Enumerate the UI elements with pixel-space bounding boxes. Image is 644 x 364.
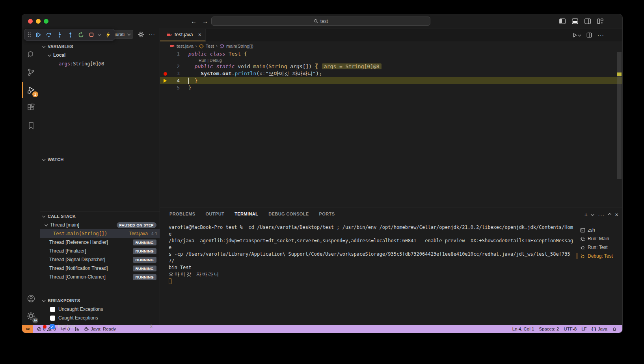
chevron-down-icon	[42, 45, 45, 48]
close-window-button[interactable]	[28, 19, 33, 24]
step-over-button[interactable]	[45, 30, 52, 39]
breakpoints-header[interactable]: BREAKPOINTS	[40, 296, 160, 305]
sidebar-item-source-control[interactable]	[22, 63, 40, 81]
close-icon[interactable]: ×	[198, 32, 201, 38]
tab-terminal[interactable]: TERMINAL	[235, 208, 258, 220]
hot-code-replace-button[interactable]	[104, 30, 112, 39]
command-center-search[interactable]: test	[211, 17, 430, 26]
thread-row[interactable]: Thread [Signal Dispatcher] RUNNING	[40, 255, 160, 264]
remote-indicator[interactable]: ><	[22, 325, 33, 333]
checkbox-checked[interactable]: ✓	[50, 324, 55, 329]
restart-button[interactable]	[77, 30, 84, 39]
step-into-button[interactable]	[56, 30, 63, 39]
terminal-list-item-zsh[interactable]: zsh	[576, 226, 622, 234]
sidebar-item-bookmarks[interactable]	[22, 117, 40, 134]
toggle-secondary-sidebar-icon[interactable]	[584, 19, 591, 24]
tab-output[interactable]: OUTPUT	[206, 208, 225, 220]
sidebar-item-search[interactable]	[22, 46, 40, 63]
thread-row[interactable]: Thread [main] PAUSED ON STEP	[40, 221, 160, 229]
terminal-line: varofla@MacBook-Pro test % cd /Users/var…	[169, 224, 576, 238]
screen: ← → test	[0, 0, 644, 364]
tab-problems[interactable]: PROBLEMS	[169, 208, 195, 220]
history-forward-icon[interactable]: →	[202, 18, 208, 24]
debug-toolbar-drag-handle[interactable]	[28, 32, 31, 37]
stop-button[interactable]	[88, 30, 95, 39]
language-indicator[interactable]: { } Java	[589, 327, 610, 331]
panel-more-actions-icon[interactable]: ···	[598, 212, 605, 218]
call-stack-section: CALL STACK Thread [main] PAUSED ON STEP …	[40, 212, 160, 281]
config-chevron-icon	[127, 32, 130, 35]
panel-tab-bar: PROBLEMS OUTPUT TERMINAL DEBUG CONSOLE P…	[160, 208, 622, 220]
split-editor-icon[interactable]	[586, 32, 592, 38]
variable-row[interactable]: args: String[0]@8	[40, 59, 160, 68]
chevron-down-icon	[48, 53, 51, 56]
bell-icon	[612, 327, 617, 332]
thread-row[interactable]: Thread [Notification Thread] RUNNING	[40, 264, 160, 273]
close-panel-icon[interactable]: ×	[615, 211, 618, 218]
step-out-button[interactable]	[67, 30, 74, 39]
code-editor[interactable]: 1 public class Test { Run | Debug 2 publ…	[160, 50, 622, 208]
variables-section: VARIABLES Local args: String[0]@8	[40, 42, 160, 68]
indentation-indicator[interactable]: Spaces: 2	[536, 327, 561, 331]
thread-row[interactable]: Thread [Finalizer] RUNNING	[40, 247, 160, 255]
breakpoint-row[interactable]: Uncaught Exceptions	[40, 305, 160, 314]
traffic-lights	[22, 19, 48, 24]
thread-status-badge: RUNNING	[133, 266, 156, 271]
breadcrumb-class[interactable]: Test	[206, 44, 214, 48]
codelens-run-debug[interactable]: Run | Debug	[160, 58, 622, 63]
breakpoint-row[interactable]: Caught Exceptions	[40, 314, 160, 322]
checkbox-unchecked[interactable]	[50, 316, 55, 321]
tab-ports[interactable]: PORTS	[319, 208, 335, 220]
symbol-method-icon	[220, 44, 224, 48]
breadcrumb-method[interactable]: main(String[])	[226, 44, 253, 48]
line-col-indicator[interactable]: Ln 4, Col 1	[510, 327, 537, 331]
tab-test-java[interactable]: test.java ×	[160, 29, 206, 41]
code-token	[188, 63, 195, 69]
continue-button[interactable]	[35, 30, 42, 39]
minimize-window-button[interactable]	[36, 19, 41, 24]
settings-button[interactable]: JA	[22, 307, 40, 325]
editor-more-actions-icon[interactable]: ···	[597, 32, 604, 38]
breakpoint-row[interactable]: ✓ test.java 3	[40, 322, 160, 331]
thread-row[interactable]: Thread [Reference Handler] RUNNING	[40, 238, 160, 247]
terminal-list-item-run-main[interactable]: Run: Main	[576, 234, 622, 243]
breadcrumb-file[interactable]: test.java	[177, 44, 194, 48]
maximize-window-button[interactable]	[44, 19, 48, 24]
account-button[interactable]	[22, 290, 40, 307]
history-back-icon[interactable]: ←	[191, 18, 197, 24]
toggle-primary-sidebar-icon[interactable]	[559, 19, 566, 24]
terminal-output[interactable]: varofla@MacBook-Pro test % cd /Users/var…	[160, 220, 576, 325]
run-java-button[interactable]	[572, 33, 581, 38]
terminal-line: bin Test	[169, 264, 576, 271]
thread-row[interactable]: Thread [Common-Cleaner] RUNNING	[40, 273, 160, 281]
sidebar-item-extensions[interactable]	[22, 99, 40, 117]
eol-indicator[interactable]: LF	[579, 327, 589, 331]
checkbox-unchecked[interactable]	[50, 307, 55, 312]
sidebar-item-run-debug[interactable]: 1	[22, 81, 40, 99]
call-stack-header[interactable]: CALL STACK	[40, 212, 160, 221]
maximize-panel-chevron-icon[interactable]	[608, 213, 611, 216]
terminal-list-item-run-test[interactable]: Run: Test	[576, 243, 622, 252]
debug-bug-icon	[580, 245, 585, 250]
watch-header[interactable]: WATCH	[40, 155, 160, 164]
editor-scrollbar[interactable]	[617, 52, 622, 179]
terminal-list-item-debug-test[interactable]: Debug: Test	[576, 252, 622, 260]
tab-debug-console[interactable]: DEBUG CONSOLE	[268, 208, 309, 220]
variables-header[interactable]: VARIABLES	[40, 42, 160, 51]
encoding-indicator[interactable]: UTF-8	[562, 327, 579, 331]
notifications-bell[interactable]	[610, 327, 619, 332]
stop-dropdown-chevron-icon[interactable]	[98, 33, 101, 36]
search-icon	[314, 19, 318, 23]
new-terminal-button[interactable]: +	[584, 211, 588, 218]
code-line-4-current: 4 }	[160, 77, 622, 84]
stack-frame-row[interactable]: Test.main(String[]) Test.java 4:1	[40, 229, 160, 238]
terminal-dropdown-chevron-icon[interactable]	[591, 213, 594, 216]
sidebar-more-actions-icon[interactable]: ···	[149, 31, 155, 37]
variables-scope-row[interactable]: Local	[40, 51, 160, 59]
gear-icon[interactable]	[138, 32, 144, 37]
watch-section: WATCH	[40, 155, 160, 164]
toggle-panel-icon[interactable]	[572, 19, 578, 24]
customize-layout-icon[interactable]	[597, 19, 603, 24]
run-dropdown-chevron-icon[interactable]	[578, 33, 581, 36]
breakpoint-dot-icon[interactable]	[164, 72, 167, 76]
